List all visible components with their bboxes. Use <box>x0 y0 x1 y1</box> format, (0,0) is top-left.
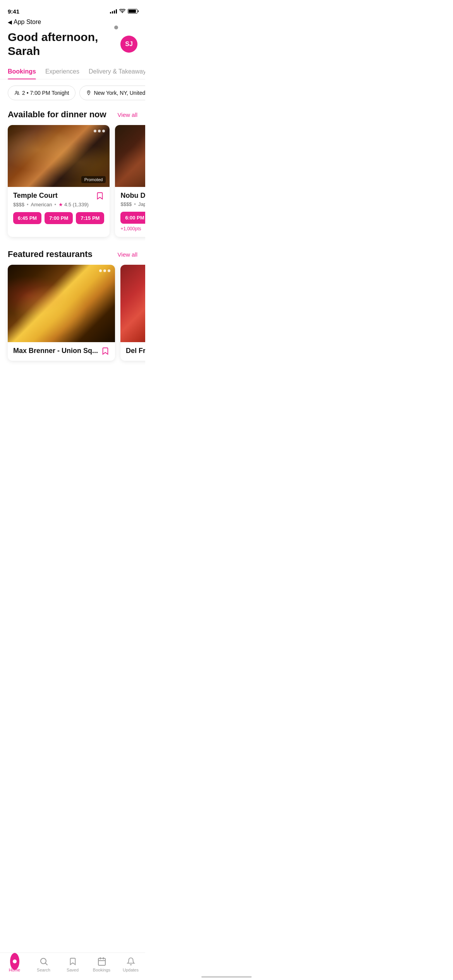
location-filter[interactable]: New York, NY, United States <box>79 86 145 100</box>
temple-court-body: Temple Court $$$$ • American • ★ 4.5 (1,… <box>8 187 110 230</box>
restaurant-card-temple-court[interactable]: Promoted Temple Court $$$$ • American • … <box>8 125 110 237</box>
guests-filter[interactable]: 2 • 7:00 PM Tonight <box>8 86 76 100</box>
greeting-text: Good afternoon, Sarah <box>8 30 117 58</box>
nobu-meta: $$$$ • Japanese <box>120 201 145 207</box>
temple-court-image: Promoted <box>8 125 110 187</box>
timeslot-645pm[interactable]: 6:45 PM <box>13 212 41 224</box>
featured-title: Featured restaurants <box>8 249 93 259</box>
del-frisco-body: Del Frisco's G <box>120 342 145 360</box>
guests-icon <box>14 90 20 96</box>
max-brenner-image <box>8 265 115 342</box>
guests-filter-label: 2 • 7:00 PM Tonight <box>22 90 69 96</box>
featured-view-all[interactable]: View all <box>118 251 137 258</box>
location-icon <box>86 90 91 96</box>
temple-court-bookmark[interactable] <box>96 192 104 200</box>
nobu-body: Nobu Downtown $$$$ • Japanese 6:00 PM +1… <box>115 187 145 237</box>
timeslot-715pm[interactable]: 7:15 PM <box>76 212 104 224</box>
status-icons <box>110 9 137 14</box>
nobu-timeslots: 6:00 PM <box>120 212 145 224</box>
available-title: Available for dinner now <box>8 110 106 120</box>
image-dots <box>94 130 105 132</box>
max-brenner-body: Max Brenner - Union Sq... <box>8 342 115 361</box>
restaurant-card-nobu[interactable]: ✦ Nobu Downtown $$$$ • Japanese 6:00 PM … <box>115 125 145 237</box>
temple-court-timeslots: 6:45 PM 7:00 PM 7:15 PM <box>13 212 104 224</box>
header: Good afternoon, Sarah SJ <box>0 27 145 64</box>
status-bar: 9:41 <box>0 0 145 17</box>
signal-icon <box>110 9 117 14</box>
available-section-header: Available for dinner now View all <box>0 106 145 125</box>
timeslot-600pm[interactable]: 6:00 PM <box>120 212 145 224</box>
tab-bookings[interactable]: Bookings <box>8 64 36 79</box>
back-label: App Store <box>14 19 41 26</box>
max-brenner-bookmark[interactable] <box>101 347 110 355</box>
promoted-badge: Promoted <box>81 176 106 183</box>
del-frisco-name: Del Frisco's G <box>126 347 145 355</box>
svg-point-2 <box>88 92 89 93</box>
available-view-all[interactable]: View all <box>118 111 137 118</box>
svg-point-1 <box>18 92 19 93</box>
available-cards-scroll: Promoted Temple Court $$$$ • American • … <box>0 125 145 243</box>
back-arrow-icon: ◀ <box>8 19 12 25</box>
timeslot-700pm[interactable]: 7:00 PM <box>45 212 73 224</box>
notification-dot <box>114 26 118 29</box>
restaurant-card-del-frisco[interactable]: Del Frisco's G <box>120 265 145 361</box>
max-brenner-name: Max Brenner - Union Sq... <box>13 347 98 355</box>
battery-icon <box>128 9 137 14</box>
tab-delivery[interactable]: Delivery & Takeaway <box>89 64 145 79</box>
max-brenner-dots <box>99 269 110 272</box>
svg-point-0 <box>16 91 17 93</box>
featured-section: Featured restaurants View all Max Brenne… <box>0 246 145 367</box>
nobu-points: +1,000pts <box>120 226 145 231</box>
featured-section-header: Featured restaurants View all <box>0 246 145 265</box>
temple-court-name: Temple Court <box>13 192 93 200</box>
nobu-name: Nobu Downtown <box>120 192 145 200</box>
temple-court-meta: $$$$ • American • ★ 4.5 (1,339) <box>13 202 104 207</box>
tab-experiences[interactable]: Experiences <box>45 64 79 79</box>
back-nav[interactable]: ◀ App Store <box>0 17 145 27</box>
wifi-icon <box>119 9 125 14</box>
main-tabs: Bookings Experiences Delivery & Takeaway <box>0 64 145 79</box>
location-filter-label: New York, NY, United States <box>94 90 145 96</box>
nobu-image: ✦ <box>115 125 145 187</box>
restaurant-card-max-brenner[interactable]: Max Brenner - Union Sq... <box>8 265 115 361</box>
filters-row: 2 • 7:00 PM Tonight New York, NY, United… <box>0 79 145 106</box>
status-time: 9:41 <box>8 8 19 15</box>
featured-cards-scroll: Max Brenner - Union Sq... Del Frisco's G <box>0 265 145 367</box>
avatar[interactable]: SJ <box>120 36 137 53</box>
del-frisco-image <box>120 265 145 342</box>
